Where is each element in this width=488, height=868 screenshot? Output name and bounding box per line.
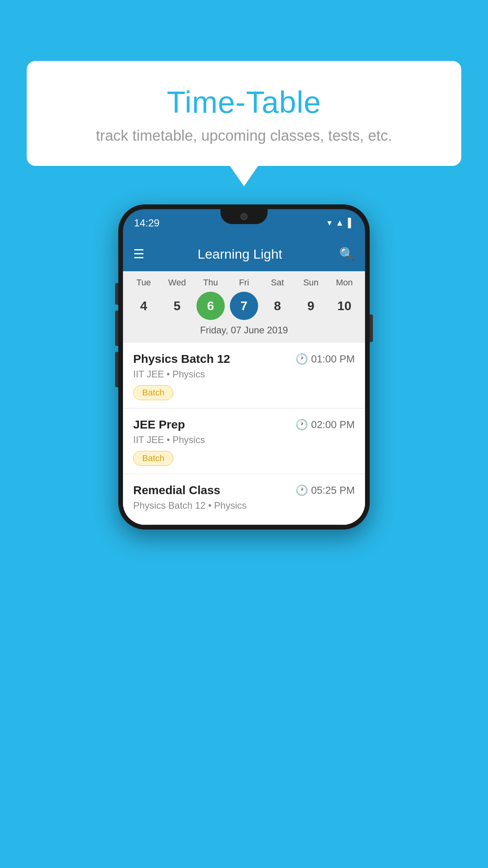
date-5[interactable]: 5 bbox=[163, 292, 191, 320]
date-10[interactable]: 10 bbox=[330, 292, 358, 320]
phone-frame: 14:29 ▾ ▲ ▌ ☰ Learning Light 🔍 Tue bbox=[118, 204, 370, 530]
bubble-subtitle: track timetable, upcoming classes, tests… bbox=[42, 127, 446, 144]
day-wed[interactable]: Wed bbox=[163, 278, 191, 288]
class-time-3: 🕐 05:25 PM bbox=[295, 484, 355, 497]
bubble-title: Time-Table bbox=[42, 85, 446, 120]
date-9[interactable]: 9 bbox=[297, 292, 325, 320]
class-item-2-header: JEE Prep 🕐 02:00 PM bbox=[133, 418, 355, 431]
silent-button bbox=[115, 352, 118, 387]
class-name-3: Remedial Class bbox=[133, 484, 220, 497]
day-fri[interactable]: Fri bbox=[230, 278, 258, 288]
calendar-section: Tue Wed Thu Fri Sat Sun Mon 4 5 6 7 8 9 … bbox=[123, 271, 365, 343]
clock-icon-3: 🕐 bbox=[295, 484, 308, 497]
app-title: Learning Light bbox=[152, 246, 327, 262]
days-row: Tue Wed Thu Fri Sat Sun Mon bbox=[127, 278, 361, 288]
class-time-2: 🕐 02:00 PM bbox=[295, 419, 355, 431]
app-bar: ☰ Learning Light 🔍 bbox=[123, 237, 365, 271]
date-7-selected[interactable]: 7 bbox=[230, 292, 258, 320]
selected-date-label: Friday, 07 June 2019 bbox=[127, 325, 361, 340]
batch-badge-1: Batch bbox=[133, 385, 173, 400]
hamburger-icon[interactable]: ☰ bbox=[133, 246, 145, 261]
wifi-icon: ▾ bbox=[327, 218, 332, 228]
power-button bbox=[370, 314, 373, 342]
class-item-3[interactable]: Remedial Class 🕐 05:25 PM Physics Batch … bbox=[123, 474, 365, 525]
clock-icon-1: 🕐 bbox=[295, 353, 308, 365]
class-name-1: Physics Batch 12 bbox=[133, 352, 230, 366]
phone-container: 14:29 ▾ ▲ ▌ ☰ Learning Light 🔍 Tue bbox=[118, 204, 370, 530]
class-time-1: 🕐 01:00 PM bbox=[295, 353, 355, 365]
speech-bubble: Time-Table track timetable, upcoming cla… bbox=[27, 61, 461, 166]
class-item-2[interactable]: JEE Prep 🕐 02:00 PM IIT JEE • Physics Ba… bbox=[123, 408, 365, 474]
day-tue[interactable]: Tue bbox=[130, 278, 158, 288]
status-time: 14:29 bbox=[134, 217, 160, 229]
day-sat[interactable]: Sat bbox=[263, 278, 292, 288]
dates-row: 4 5 6 7 8 9 10 bbox=[127, 292, 361, 320]
class-item-1[interactable]: Physics Batch 12 🕐 01:00 PM IIT JEE • Ph… bbox=[123, 343, 365, 408]
speech-bubble-container: Time-Table track timetable, upcoming cla… bbox=[27, 61, 461, 166]
search-icon[interactable]: 🔍 bbox=[339, 246, 355, 261]
date-6-today[interactable]: 6 bbox=[196, 292, 225, 320]
volume-down-button bbox=[115, 311, 118, 346]
clock-icon-2: 🕐 bbox=[295, 419, 308, 431]
date-8[interactable]: 8 bbox=[263, 292, 292, 320]
batch-badge-2: Batch bbox=[133, 451, 173, 466]
date-4[interactable]: 4 bbox=[130, 292, 158, 320]
status-icons: ▾ ▲ ▌ bbox=[327, 218, 354, 228]
signal-icon: ▲ bbox=[336, 218, 344, 228]
day-sun[interactable]: Sun bbox=[297, 278, 325, 288]
phone-screen: ☰ Learning Light 🔍 Tue Wed Thu Fri Sat S… bbox=[123, 237, 365, 525]
notch bbox=[220, 209, 268, 224]
class-item-1-header: Physics Batch 12 🕐 01:00 PM bbox=[133, 352, 355, 366]
class-meta-1: IIT JEE • Physics bbox=[133, 369, 355, 380]
class-meta-3: Physics Batch 12 • Physics bbox=[133, 500, 355, 511]
day-thu[interactable]: Thu bbox=[196, 278, 225, 288]
class-item-3-header: Remedial Class 🕐 05:25 PM bbox=[133, 484, 355, 497]
class-meta-2: IIT JEE • Physics bbox=[133, 434, 355, 445]
camera bbox=[240, 213, 248, 220]
battery-icon: ▌ bbox=[348, 218, 354, 228]
day-mon[interactable]: Mon bbox=[330, 278, 358, 288]
volume-up-button bbox=[115, 283, 118, 305]
status-bar: 14:29 ▾ ▲ ▌ bbox=[123, 209, 365, 237]
class-name-2: JEE Prep bbox=[133, 418, 185, 431]
